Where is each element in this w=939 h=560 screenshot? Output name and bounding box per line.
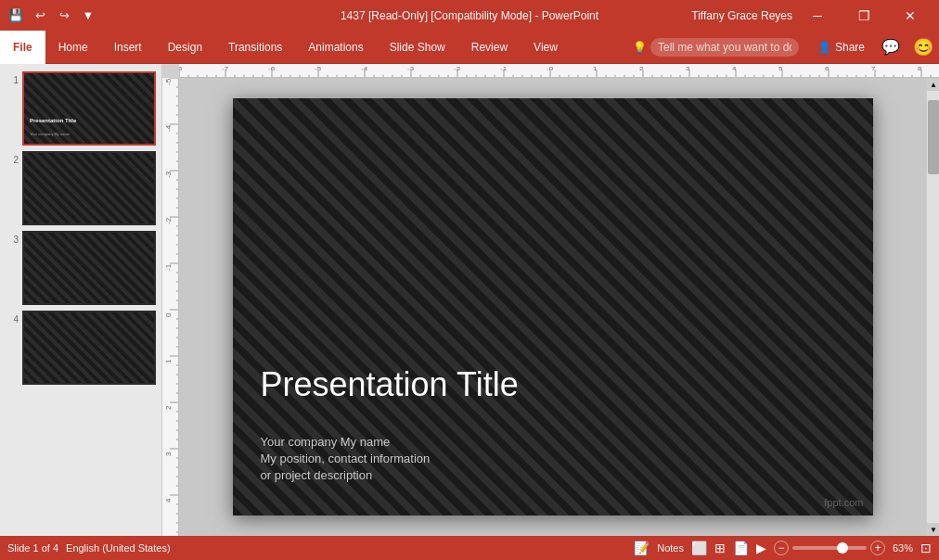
main-area: 1 Presentation Title Your company My nam…: [0, 64, 939, 536]
tab-view[interactable]: View: [521, 31, 571, 64]
language-indicator: English (United States): [66, 542, 171, 554]
ruler-vertical: [162, 78, 179, 536]
zoom-thumb[interactable]: [837, 542, 848, 554]
tab-home[interactable]: Home: [45, 31, 101, 64]
slide-thumbnail-1[interactable]: Presentation Title Your company My name: [22, 71, 156, 146]
minimize-button[interactable]: ─: [796, 0, 839, 31]
close-button[interactable]: ✕: [889, 0, 932, 31]
share-button[interactable]: 👤 Share: [808, 41, 874, 54]
tab-review[interactable]: Review: [458, 31, 521, 64]
slide-item-3[interactable]: 3: [6, 231, 156, 305]
ruler-horizontal: [179, 64, 939, 78]
user-area: Tiffany Grace Reyes ─ ❐ ✕: [691, 0, 939, 31]
zoom-out-button[interactable]: −: [774, 541, 789, 555]
notes-icon[interactable]: 📝: [634, 541, 650, 555]
tab-insert[interactable]: Insert: [101, 31, 155, 64]
slide-panel: 1 Presentation Title Your company My nam…: [0, 64, 162, 536]
tab-slideshow[interactable]: Slide Show: [377, 31, 458, 64]
fit-slide-icon[interactable]: ⊡: [920, 541, 932, 555]
slide-number-2: 2: [6, 151, 19, 165]
emoji-icon[interactable]: 😊: [907, 37, 939, 57]
window-title: 1437 [Read-Only] [Compatibility Mode] - …: [341, 9, 598, 22]
reading-view-icon[interactable]: 📄: [733, 541, 749, 555]
normal-view-icon[interactable]: ⬜: [691, 541, 707, 555]
save-icon[interactable]: 💾: [6, 6, 26, 26]
slide-number-1: 1: [6, 71, 19, 85]
zoom-in-button[interactable]: +: [870, 541, 885, 555]
redo-icon[interactable]: ↪: [54, 6, 74, 26]
title-bar: 💾 ↩ ↪ ▼ 1437 [Read-Only] [Compatibility …: [0, 0, 939, 31]
slide-main: Presentation Title Your company My name …: [233, 98, 873, 515]
window-controls: 💾 ↩ ↪ ▼: [0, 6, 98, 26]
slide-watermark: fppt.com: [824, 497, 863, 508]
slide-thumbnail-3[interactable]: [22, 231, 156, 305]
scrollbar-vertical[interactable]: ▲ ▼: [926, 78, 939, 536]
slide-number-4: 4: [6, 311, 19, 325]
slide-description: or project description: [261, 468, 373, 482]
slideshow-view-icon[interactable]: ▶: [756, 541, 766, 555]
restore-button[interactable]: ❐: [843, 0, 885, 31]
scroll-track[interactable]: [927, 91, 939, 523]
slide-position: My position, contact information: [261, 452, 431, 465]
zoom-level: 63%: [893, 542, 913, 554]
slide-presentation-title: Presentation Title: [261, 365, 519, 404]
thumb-subtitle-1: Your company My name: [30, 132, 70, 136]
thumb-title-1: Presentation Title: [30, 118, 76, 123]
status-left: Slide 1 of 4 English (United States): [7, 542, 171, 554]
lightbulb-icon: 💡: [633, 41, 647, 54]
slide-item-2[interactable]: 2: [6, 151, 156, 225]
tab-file[interactable]: File: [0, 31, 45, 64]
slide-sorter-icon[interactable]: ⊞: [714, 541, 726, 555]
slide-thumbnail-4[interactable]: [22, 311, 156, 385]
slide-info: Slide 1 of 4: [7, 542, 58, 554]
slide-company: Your company My name: [261, 435, 391, 449]
undo-icon[interactable]: ↩: [30, 6, 50, 26]
ribbon: File Home Insert Design Transitions Anim…: [0, 31, 939, 64]
tab-transitions[interactable]: Transitions: [215, 31, 295, 64]
tell-me-input[interactable]: [650, 38, 799, 57]
status-right: 📝 Notes ⬜ ⊞ 📄 ▶ − + 63% ⊡: [634, 541, 932, 555]
user-name: Tiffany Grace Reyes: [691, 9, 792, 22]
share-icon: 👤: [817, 41, 831, 54]
content-row: Presentation Title Your company My name …: [162, 78, 939, 536]
zoom-slider[interactable]: − +: [774, 541, 885, 555]
slide-thumbnail-2[interactable]: [22, 151, 156, 225]
slide-item-1[interactable]: 1 Presentation Title Your company My nam…: [6, 71, 156, 146]
status-bar: Slide 1 of 4 English (United States) 📝 N…: [0, 536, 939, 560]
comments-icon[interactable]: 💬: [874, 38, 907, 56]
tell-me-area: 💡: [624, 38, 808, 57]
scroll-down-button[interactable]: ▼: [927, 523, 939, 536]
tab-design[interactable]: Design: [155, 31, 215, 64]
slide-number-3: 3: [6, 231, 19, 245]
canvas-area: Presentation Title Your company My name …: [162, 64, 939, 536]
slide-canvas[interactable]: Presentation Title Your company My name …: [179, 78, 926, 536]
customize-icon[interactable]: ▼: [78, 6, 98, 26]
tab-animations[interactable]: Animations: [295, 31, 376, 64]
slide-item-4[interactable]: 4: [6, 311, 156, 385]
notes-label[interactable]: Notes: [657, 542, 684, 554]
zoom-track[interactable]: [792, 546, 867, 550]
scroll-thumb[interactable]: [928, 100, 939, 174]
scroll-up-button[interactable]: ▲: [927, 78, 939, 91]
